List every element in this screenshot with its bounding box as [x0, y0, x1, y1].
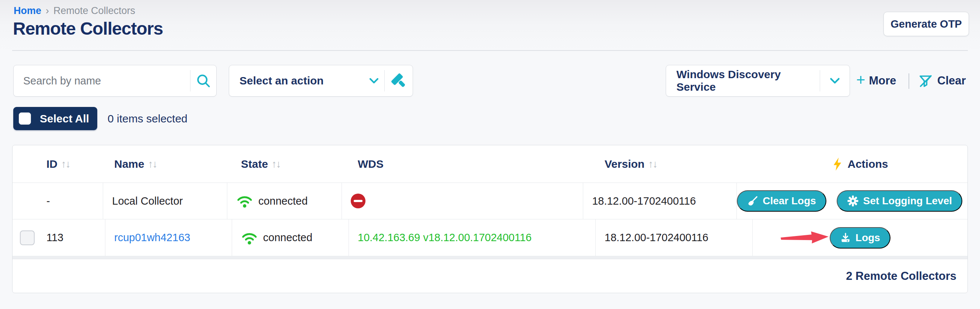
- header-id-label[interactable]: ID: [46, 158, 57, 170]
- lightning-icon: [832, 157, 843, 171]
- cell-id: -: [13, 183, 103, 219]
- header-name: Name ↑↓: [105, 145, 232, 183]
- select-all-checkbox[interactable]: [19, 113, 31, 125]
- set-logging-level-label: Set Logging Level: [863, 195, 952, 207]
- page-title: Remote Collectors: [13, 18, 163, 39]
- sort-icon[interactable]: ↑↓: [272, 158, 280, 170]
- cell-state: connected: [232, 220, 349, 256]
- header-version: Version ↑↓: [596, 145, 752, 183]
- sort-icon[interactable]: ↑↓: [648, 158, 657, 170]
- clear-logs-button[interactable]: Clear Logs: [737, 190, 826, 212]
- select-all-button[interactable]: Select All: [13, 107, 97, 130]
- cell-actions: Clear Logs: [737, 183, 967, 219]
- header-state-label[interactable]: State: [241, 158, 268, 170]
- broom-icon: [747, 196, 758, 207]
- cell-wds: 10.42.163.69 v18.12.00.1702400116: [349, 220, 596, 256]
- logs-button[interactable]: Logs: [830, 227, 891, 248]
- chevron-down-icon[interactable]: [364, 65, 384, 96]
- version-value: 18.12.00-1702400116: [605, 232, 708, 244]
- header-state: State ↑↓: [232, 145, 349, 183]
- plus-icon: +: [856, 72, 865, 88]
- cell-name: Local Collector: [103, 183, 228, 219]
- blocked-icon: [351, 194, 366, 208]
- action-select[interactable]: Select an action: [229, 65, 413, 97]
- remote-collectors-table: ID ↑↓ Name ↑↓ State ↑↓ WDS Version ↑↓ Ac…: [12, 145, 968, 293]
- more-label: More: [869, 74, 896, 88]
- header-actions-label: Actions: [847, 158, 888, 170]
- header-name-label[interactable]: Name: [114, 158, 145, 170]
- breadcrumb-separator: ›: [46, 5, 49, 17]
- download-icon: [840, 232, 851, 244]
- clear-filters-button[interactable]: Clear: [918, 65, 966, 97]
- generate-otp-button[interactable]: Generate OTP: [883, 12, 969, 36]
- cell-id: 113: [13, 220, 105, 256]
- filter-select[interactable]: Windows Discovery Service: [666, 65, 850, 97]
- table-header-row: ID ↑↓ Name ↑↓ State ↑↓ WDS Version ↑↓ Ac…: [13, 145, 967, 183]
- breadcrumb: Home › Remote Collectors: [14, 5, 135, 17]
- header-wds: WDS: [349, 145, 596, 183]
- table-row: - Local Collector connected 18.12.00-170: [13, 183, 967, 220]
- wifi-connected-icon: [236, 194, 253, 208]
- chevron-down-icon[interactable]: [820, 65, 850, 96]
- table-footer-divider: [13, 256, 967, 259]
- breadcrumb-home-link[interactable]: Home: [14, 5, 41, 17]
- annotation-arrow-icon: [780, 230, 830, 246]
- collector-name-link[interactable]: rcup01wh42163: [114, 232, 190, 244]
- search-box: [13, 65, 216, 97]
- sort-icon[interactable]: ↑↓: [61, 158, 70, 170]
- row-id-value: 113: [46, 232, 64, 244]
- cell-state: connected: [228, 183, 342, 219]
- clear-logs-label: Clear Logs: [763, 195, 816, 207]
- table-footer: 2 Remote Collectors: [13, 259, 967, 293]
- state-value: connected: [263, 232, 312, 244]
- row-id-value: -: [13, 195, 50, 207]
- header-version-label[interactable]: Version: [605, 158, 644, 170]
- select-all-label: Select All: [40, 113, 89, 125]
- cell-version: 18.12.00-1702400116: [596, 220, 752, 256]
- state-value: connected: [258, 195, 308, 207]
- items-selected-count: 0 items selected: [108, 107, 188, 130]
- gear-icon: [847, 195, 859, 207]
- cell-name: rcup01wh42163: [105, 220, 232, 256]
- wds-value: 10.42.163.69 v18.12.00.1702400116: [358, 232, 531, 244]
- filter-clear-icon: [918, 73, 933, 88]
- wifi-connected-icon: [241, 231, 258, 245]
- gavel-icon[interactable]: [385, 65, 413, 96]
- table-row: 113 rcup01wh42163 connected 10.42.163.69…: [13, 220, 967, 256]
- action-select-value[interactable]: Select an action: [229, 75, 364, 87]
- collector-count: 2 Remote Collectors: [846, 269, 956, 283]
- header-divider: [12, 50, 968, 51]
- search-input[interactable]: [14, 65, 190, 96]
- set-logging-level-button[interactable]: Set Logging Level: [837, 190, 963, 212]
- header-actions: Actions: [752, 145, 967, 183]
- toolbar-separator: [908, 73, 909, 89]
- row-checkbox[interactable]: [20, 231, 35, 245]
- logs-label: Logs: [856, 232, 880, 244]
- header-wds-label: WDS: [358, 158, 383, 170]
- cell-version: 18.12.00-1702400116: [583, 183, 737, 219]
- search-icon[interactable]: [191, 65, 216, 96]
- more-filters-button[interactable]: + More: [856, 65, 896, 97]
- cell-wds: [342, 183, 584, 219]
- clear-label: Clear: [937, 74, 966, 88]
- filter-select-value[interactable]: Windows Discovery Service: [666, 68, 820, 93]
- collector-name: Local Collector: [112, 195, 183, 207]
- cell-actions: Logs: [752, 220, 967, 256]
- breadcrumb-current: Remote Collectors: [53, 5, 135, 17]
- header-id: ID ↑↓: [13, 145, 105, 183]
- sort-icon[interactable]: ↑↓: [148, 158, 157, 170]
- version-value: 18.12.00-1702400116: [592, 195, 696, 207]
